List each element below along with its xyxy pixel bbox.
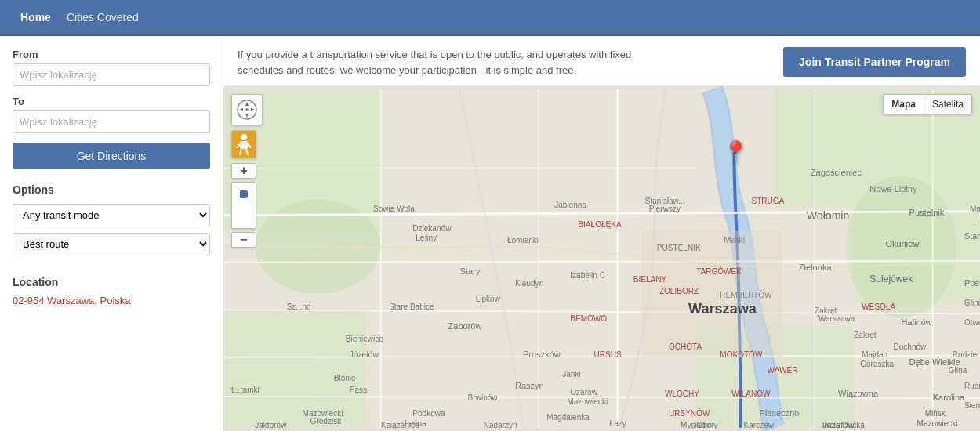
svg-text:WAWER: WAWER [768, 366, 798, 375]
svg-text:Stary: Stary [460, 266, 481, 276]
svg-text:Książenice: Książenice [381, 421, 419, 429]
svg-text:Zakręt: Zakręt [815, 306, 837, 315]
svg-text:Pruszków: Pruszków [523, 350, 561, 359]
nav-cities[interactable]: Cities Covered [59, 2, 147, 33]
svg-text:Zakręt: Zakręt [854, 331, 877, 339]
svg-text:Sienn...: Sienn... [964, 401, 980, 410]
get-directions-button[interactable]: Get Directions [13, 143, 210, 169]
svg-text:Rudno: Rudno [964, 382, 980, 390]
svg-marker-109 [245, 102, 249, 106]
svg-text:Leśny: Leśny [416, 234, 437, 242]
svg-point-114 [241, 134, 247, 140]
svg-text:Jaktorów: Jaktorów [255, 421, 287, 429]
svg-text:Stare Babice: Stare Babice [389, 302, 434, 311]
svg-text:Brwinów: Brwinów [468, 393, 499, 402]
svg-text:Warszawa: Warszawa [688, 301, 757, 317]
svg-text:Raszyn: Raszyn [515, 381, 544, 390]
svg-text:Zagościeniec: Zagościeniec [811, 168, 862, 177]
svg-text:Poświętne: Poświętne [964, 278, 980, 288]
svg-text:Bieniewice: Bieniewice [346, 335, 383, 343]
svg-text:Łomianki: Łomianki [507, 236, 539, 244]
svg-text:Pass: Pass [350, 386, 367, 394]
options-label: Options [13, 183, 210, 196]
svg-line-119 [246, 149, 248, 154]
svg-text:Grodzisk: Grodzisk [310, 417, 343, 426]
svg-marker-111 [239, 108, 243, 111]
svg-marker-110 [245, 114, 249, 118]
svg-marker-112 [251, 108, 255, 111]
sidebar: From To Get Directions Options Any trans… [0, 36, 223, 431]
svg-text:PUSTELNIK: PUSTELNIK [657, 244, 701, 252]
svg-text:BIELANY: BIELANY [633, 275, 667, 284]
svg-line-117 [248, 144, 251, 147]
svg-text:Majdan: Majdan [970, 205, 980, 213]
svg-text:Glina: Glina [949, 366, 967, 375]
svg-text:URSYNÓW: URSYNÓW [669, 408, 710, 418]
svg-text:Magdalenka: Magdalenka [546, 413, 590, 422]
svg-text:Jabłonna: Jabłonna [554, 201, 586, 209]
map-type-satelita[interactable]: Satelita [924, 95, 971, 114]
route-select[interactable]: Best route Fewest transfers Fewest walki… [13, 233, 210, 255]
svg-text:Ożarów: Ożarów [570, 388, 597, 397]
svg-text:Zielonka: Zielonka [799, 263, 833, 272]
svg-text:Warszawa: Warszawa [818, 314, 855, 323]
svg-point-113 [245, 108, 249, 111]
svg-text:Podkowa: Podkowa [412, 409, 445, 418]
svg-text:MOKOTÓW: MOKOTÓW [720, 350, 763, 359]
svg-line-118 [240, 149, 241, 154]
map-nav-arrows[interactable] [231, 94, 263, 125]
map-pin: 📍 [722, 139, 750, 165]
svg-text:Otwock: Otwock [964, 318, 980, 327]
svg-text:Janki: Janki [562, 370, 580, 378]
map-container: Warszawa Wołomin Zielonka Sulejówek Okun… [223, 86, 980, 431]
svg-text:Wołomin: Wołomin [807, 209, 849, 222]
zoom-slider[interactable] [231, 182, 256, 229]
join-transit-button[interactable]: Join Transit Partner Program [783, 47, 966, 77]
map-controls: + − [231, 94, 263, 249]
svg-text:Mazowiecki: Mazowiecki [567, 397, 608, 406]
map-type-buttons: Mapa Satelita [883, 94, 972, 114]
location-label: Location [13, 276, 210, 288]
svg-rect-115 [240, 141, 248, 149]
svg-text:Karczew: Karczew [743, 421, 774, 429]
svg-text:t...ramki: t...ramki [231, 386, 260, 394]
svg-text:Nowe Lipiny: Nowe Lipiny [869, 184, 917, 194]
navbar: Home Cities Covered [0, 0, 980, 36]
map-svg: Warszawa Wołomin Zielonka Sulejówek Okun… [223, 86, 980, 431]
zoom-in-button[interactable]: + [231, 163, 256, 179]
svg-text:Sowia Wola: Sowia Wola [373, 205, 415, 213]
svg-text:Zaborów: Zaborów [448, 321, 481, 331]
svg-text:ŻOLIBORZ: ŻOLIBORZ [659, 286, 699, 295]
svg-text:WESOŁA: WESOŁA [862, 302, 895, 311]
svg-text:Pierwszy: Pierwszy [649, 205, 681, 213]
svg-text:STRUGA: STRUGA [751, 197, 784, 205]
svg-text:Józefów: Józefów [350, 350, 379, 359]
svg-text:Izabelin C: Izabelin C [570, 271, 605, 280]
location-section: Location 02-954 Warszawa, Polska [13, 276, 210, 309]
street-view-icon[interactable] [231, 130, 256, 158]
svg-text:Nadarzyn: Nadarzyn [484, 421, 517, 429]
location-value: 02-954 Warszawa, Polska [13, 293, 210, 309]
svg-text:Obory: Obory [696, 421, 717, 429]
svg-text:BIAŁOŁĘKA: BIAŁOŁĘKA [578, 220, 622, 229]
svg-text:Mińsk: Mińsk [925, 409, 946, 418]
svg-text:WŁOCHY: WŁOCHY [665, 389, 699, 398]
header-description: If you provide a transportation service … [238, 47, 677, 78]
svg-text:BEMOWO: BEMOWO [570, 314, 607, 323]
main-container: From To Get Directions Options Any trans… [0, 36, 980, 431]
svg-text:OCHOTA: OCHOTA [669, 342, 702, 351]
svg-text:Glinianka: Glinianka [964, 299, 980, 307]
person-icon [236, 133, 252, 155]
map-type-mapa[interactable]: Mapa [884, 95, 924, 114]
from-label: From [13, 49, 210, 60]
nav-arrows-icon [236, 99, 258, 121]
transit-mode-select[interactable]: Any transit mode Bus Rail Subway [13, 204, 210, 226]
nav-home[interactable]: Home [13, 2, 59, 33]
zoom-out-button[interactable]: − [231, 232, 256, 248]
svg-text:Sz...no: Sz...no [286, 302, 311, 311]
content-area: If you provide a transportation service … [223, 36, 980, 431]
svg-text:Okuniew: Okuniew [885, 239, 919, 248]
to-input[interactable] [13, 110, 210, 133]
svg-text:Pustelnik: Pustelnik [909, 208, 945, 217]
from-input[interactable] [13, 63, 210, 86]
